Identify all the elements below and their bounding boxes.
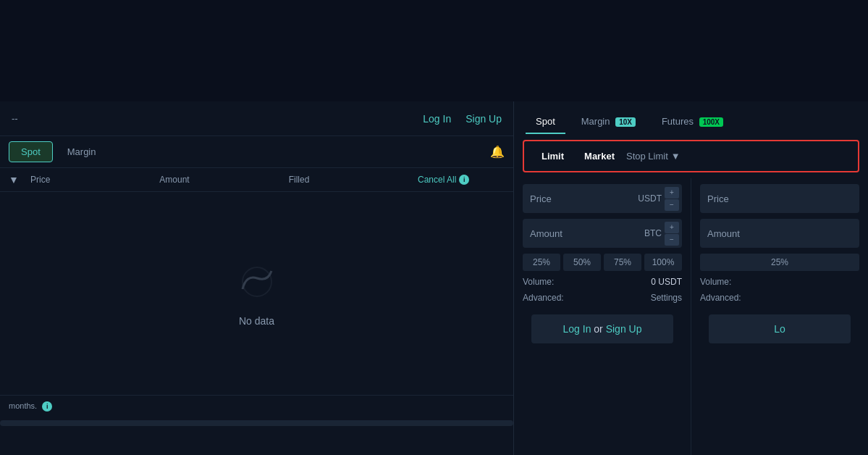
cancel-all-button[interactable]: Cancel All i [418,175,505,185]
pct-100[interactable]: 100% [644,254,682,271]
bell-icon[interactable]: 🔔 [490,145,505,159]
sell-form: Price Amount 25% Volume: Advanced: [691,178,868,455]
advanced-label: Advanced: [523,293,564,303]
sell-volume-row: Volume: [700,277,859,287]
table-header: ▼ Price Amount Filled Cancel All i [0,168,513,192]
sell-login-text: Lo [774,323,785,335]
price-input-group: Price USDT + − [523,184,682,213]
pct-row: 25% 50% 75% 100% [523,254,682,271]
signup-link[interactable]: Sign Up [465,113,502,125]
volume-value: 0 USDT [651,277,682,287]
order-type-market[interactable]: Market [576,147,623,165]
amount-currency: BTC [644,228,662,238]
sell-pct-row: 25% [700,254,859,271]
svg-point-0 [243,267,271,296]
signup-link-text: Sign Up [606,323,642,335]
margin-badge: 10X [615,117,636,127]
price-stepper: + − [665,187,679,211]
cancel-all-label: Cancel All [418,175,456,185]
orders-tab-row: Spot Margin 🔔 [0,136,513,168]
amount-label: Amount [530,228,644,239]
sell-price-input-group: Price [700,184,859,213]
trade-tab-margin[interactable]: Margin 10X [571,110,646,134]
sell-advanced-row: Advanced: [700,293,859,303]
right-panel: Spot Margin 10X Futures 100X Limit Marke… [514,101,868,455]
header-links: Log In Sign Up [423,113,502,125]
col-amount-header: Amount [159,175,288,185]
futures-badge: 100X [699,117,723,127]
empty-text: No data [239,315,274,327]
amount-increment[interactable]: + [665,222,679,233]
tab-margin[interactable]: Margin [56,142,108,162]
info-badge: i [459,175,469,185]
price-increment[interactable]: + [665,187,679,199]
col-type: ▼ [9,174,30,185]
col-price-header: Price [30,175,159,185]
bottom-note: months. i [0,395,513,417]
price-currency: USDT [638,193,662,204]
empty-icon [235,260,279,304]
order-type-row: Limit Market Stop Limit ▼ ← [523,140,859,172]
tab-spot[interactable]: Spot [9,141,53,162]
sell-volume-label: Volume: [700,277,731,287]
login-link-text: Log In [563,323,591,335]
or-text: or [594,323,605,335]
amount-decrement[interactable]: − [665,234,679,246]
login-button[interactable]: Log In or Sign Up [531,314,673,343]
order-type-limit[interactable]: Limit [533,147,573,165]
sell-amount-input-group: Amount [700,219,859,248]
horizontal-scrollbar[interactable] [0,420,513,426]
main-content: -- Log In Sign Up Spot Margin 🔔 ▼ Price … [0,101,868,455]
sell-amount-label: Amount [707,228,856,239]
dropdown-arrow-icon: ▼ [671,151,681,162]
bottom-info-badge[interactable]: i [42,401,52,412]
trade-tab-spot[interactable]: Spot [526,110,565,134]
sell-login-button[interactable]: Lo [709,314,851,343]
left-panel: -- Log In Sign Up Spot Margin 🔔 ▼ Price … [0,101,514,455]
col-filled-header: Filled [289,175,418,185]
pct-50[interactable]: 50% [563,254,601,271]
buy-form: Price USDT + − Amount BTC + − [514,178,691,455]
pct-75[interactable]: 75% [604,254,641,271]
amount-stepper: + − [665,222,679,246]
sell-advanced-label: Advanced: [700,293,741,303]
empty-state: No data [0,192,513,395]
top-area [0,0,868,101]
price-decrement[interactable]: − [665,199,679,211]
trade-tab-futures[interactable]: Futures 100X [652,110,733,134]
advanced-row: Advanced: Settings [523,293,682,303]
sell-price-label: Price [707,193,856,204]
trading-tabs: Spot Margin 10X Futures 100X [514,101,868,134]
left-header: -- Log In Sign Up [0,101,513,136]
pct-25[interactable]: 25% [523,254,560,271]
login-link[interactable]: Log In [423,113,451,125]
sell-pct-25[interactable]: 25% [700,254,859,271]
volume-row: Volume: 0 USDT [523,277,682,287]
order-type-stop-limit[interactable]: Stop Limit ▼ [626,151,681,162]
price-label: Price [530,193,638,204]
form-columns: Price USDT + − Amount BTC + − [514,178,868,455]
volume-label: Volume: [523,277,554,287]
settings-link[interactable]: Settings [651,293,682,303]
dash-label: -- [12,113,18,124]
amount-input-group: Amount BTC + − [523,219,682,248]
